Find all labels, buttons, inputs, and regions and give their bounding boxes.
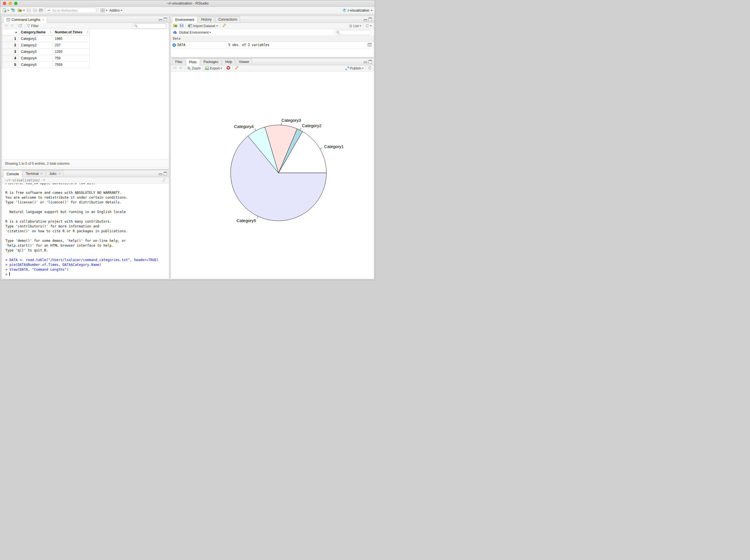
save-all-button[interactable] [33, 8, 37, 13]
viewer-search-input[interactable] [132, 23, 167, 28]
caret-down-icon [359, 25, 361, 26]
column-header-category-name[interactable]: Category.Name [19, 29, 53, 36]
environment-scope-button[interactable]: Global Environment [179, 31, 211, 35]
table-cell: Category1 [19, 36, 53, 42]
close-tab-icon[interactable]: × [40, 172, 42, 176]
save-button[interactable] [27, 8, 31, 12]
view-object-grid-icon[interactable] [368, 43, 372, 47]
console-output-line: Type 'contributors()' for more informati… [5, 224, 169, 229]
addins-button[interactable]: Addins [110, 8, 122, 13]
refresh-icon [366, 24, 369, 28]
caret-down-icon [220, 68, 222, 69]
layout-grid-icon [101, 8, 105, 13]
zoom-plot-button[interactable]: Zoom [187, 66, 201, 71]
clear-environment-button[interactable] [222, 23, 226, 28]
expand-object-icon[interactable] [172, 43, 176, 47]
table-row[interactable]: 1Category11965 [2, 36, 169, 42]
export-plot-button[interactable]: Export [205, 66, 222, 71]
tab-files[interactable]: Files [172, 59, 185, 65]
refresh-plot-button[interactable] [368, 66, 372, 71]
delete-red-x-icon [226, 66, 230, 70]
popout-window-button[interactable] [18, 24, 22, 28]
filter-funnel-icon [26, 24, 30, 28]
console-input-line: > pie(DATA$Number.of.Times, DATA$Categor… [5, 262, 169, 267]
load-workspace-button[interactable] [173, 24, 178, 28]
caret-down-icon [23, 10, 25, 11]
publish-button[interactable]: Publish [345, 66, 364, 71]
table-row[interactable]: 2Category2237 [2, 42, 169, 48]
environment-scope-row: Global Environment [171, 29, 374, 36]
pie-slice-label: Category4 [234, 124, 254, 129]
tab-viewer[interactable]: Viewer [236, 59, 252, 65]
tab-plots[interactable]: Plots [186, 59, 200, 65]
pie-slice-label: Category1 [324, 144, 343, 149]
save-workspace-button[interactable] [180, 24, 183, 28]
goto-file-input[interactable]: Go to file/function [45, 8, 96, 13]
minimize-pane-icon[interactable] [159, 174, 162, 176]
filter-button[interactable]: Filter [26, 24, 39, 28]
tab-label: Terminal [26, 172, 38, 176]
plots-tab-strip: FilesPlotsPackagesHelpViewer [171, 59, 374, 65]
new-file-button[interactable] [3, 8, 9, 13]
tab-jobs[interactable]: Jobs× [46, 171, 63, 177]
row-number-header[interactable] [2, 29, 19, 36]
import-dataset-button[interactable]: Import Dataset [188, 24, 218, 28]
clear-all-plots-button[interactable] [235, 66, 239, 71]
tab-connections[interactable]: Connections [215, 16, 240, 22]
console-prompt[interactable]: > [5, 272, 169, 277]
console-output-line: R is free software and comes with ABSOLU… [5, 191, 169, 195]
pie-chart: Category1Category2Category3Category4Cate… [171, 72, 374, 279]
maximize-pane-icon[interactable] [369, 60, 372, 64]
environment-tab-strip: EnvironmentHistoryConnections [171, 16, 374, 23]
tab-history[interactable]: History [198, 16, 215, 22]
open-file-button[interactable] [18, 8, 25, 12]
new-project-button[interactable]: R [11, 8, 16, 13]
tab-console[interactable]: Console [3, 171, 22, 177]
back-button[interactable] [4, 24, 8, 28]
previous-plot-button[interactable] [173, 66, 177, 71]
minimize-pane-icon[interactable] [364, 19, 367, 21]
maximize-pane-icon[interactable] [164, 18, 167, 21]
minimize-pane-icon[interactable] [159, 19, 162, 21]
pie-label-tick [255, 128, 256, 131]
forward-button[interactable] [10, 24, 14, 28]
tab-command-lengths[interactable]: Command Lengths× [3, 16, 47, 23]
viewer-toolbar: Filter [2, 23, 169, 29]
clear-console-broom-icon[interactable] [162, 178, 166, 182]
close-tab-icon[interactable]: × [59, 172, 60, 176]
tab-label: Environment [175, 18, 194, 22]
toolbar-divider [220, 23, 220, 28]
remove-plot-button[interactable] [226, 66, 230, 71]
environment-object-row[interactable]: DATA 5 obs. of 2 variables [171, 42, 374, 48]
close-tab-icon[interactable]: × [42, 18, 44, 22]
table-row[interactable]: 5Category57559 [2, 62, 169, 68]
next-plot-button[interactable] [179, 66, 183, 71]
project-menu-button[interactable]: R r-visualization [342, 8, 372, 13]
open-folder-icon [173, 24, 178, 27]
viewer-tab-strip: Command Lengths× [2, 16, 169, 23]
tab-terminal[interactable]: Terminal× [23, 171, 45, 177]
table-cell: 5 [2, 62, 19, 68]
print-button[interactable] [39, 8, 43, 12]
table-row[interactable]: 4Category4759 [2, 55, 169, 62]
maximize-pane-icon[interactable] [369, 18, 372, 21]
refresh-environment-button[interactable] [366, 24, 372, 28]
environment-view-mode-button[interactable]: List [349, 24, 361, 28]
console-input-line: > DATA <- read.table("/Users/lsalazar/co… [5, 258, 169, 262]
toolbar-divider [98, 8, 99, 13]
table-cell: 4 [2, 55, 19, 62]
table-row[interactable]: 3Category31293 [2, 48, 169, 55]
pie-slice-label: Category3 [281, 118, 301, 123]
column-header-number-of-times[interactable]: Number.of.Times [53, 29, 90, 36]
goto-directory-icon[interactable] [42, 179, 45, 182]
tab-help[interactable]: Help [222, 59, 235, 65]
maximize-pane-icon[interactable] [164, 172, 167, 176]
console-output[interactable]: Platform: x86_64-apple-darwin15.6.0 (64-… [2, 183, 169, 279]
object-name: DATA [177, 43, 185, 47]
tab-environment[interactable]: Environment [172, 16, 197, 23]
tab-packages[interactable]: Packages [200, 59, 221, 65]
environment-search-input[interactable] [334, 30, 372, 35]
minimize-pane-icon[interactable] [364, 62, 367, 64]
workspace-panes-button[interactable] [101, 8, 107, 13]
console-output-line: Natural language support but running in … [5, 209, 169, 215]
